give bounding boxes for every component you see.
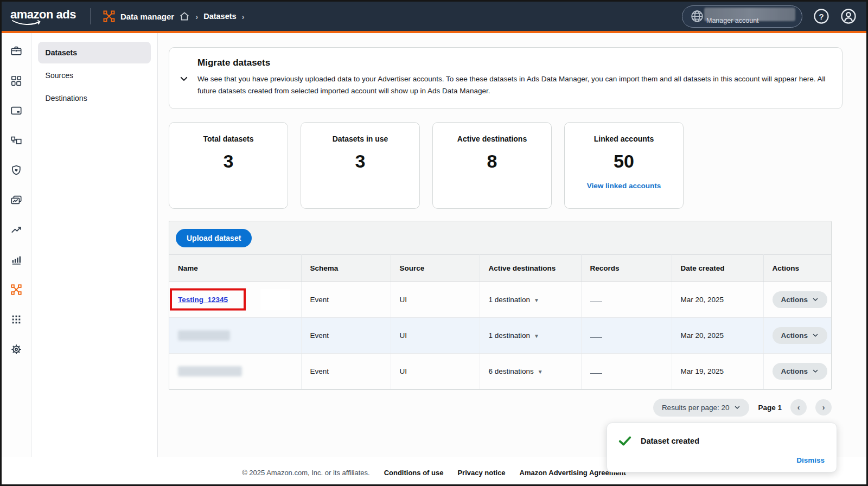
empty-records-dash: [590, 297, 602, 302]
stat-value: 3: [169, 151, 288, 172]
help-button[interactable]: ?: [813, 8, 829, 24]
app-title-group: Data manager: [103, 10, 190, 23]
table-header-row: Name Schema Source Active destinations R…: [169, 254, 831, 282]
redacted-dataset-name: [178, 366, 242, 376]
collapse-chevron-icon[interactable]: [179, 74, 189, 84]
destination-count: 1 destination: [489, 296, 531, 304]
settings-gear-icon[interactable]: [10, 343, 22, 355]
copyright-text: © 2025 Amazon.com, Inc. or its affiliate…: [242, 469, 370, 477]
active-destinations-cell: 6 destinations▼: [480, 353, 581, 389]
app-name[interactable]: Data manager: [120, 12, 174, 21]
account-type-label: Manager account: [706, 17, 759, 24]
next-page-button[interactable]: ›: [815, 399, 832, 415]
destination-count: 1 destination: [489, 331, 531, 340]
amazon-ads-logo[interactable]: amazon ads: [10, 8, 76, 25]
stat-card-linked-accounts: Linked accounts 50 View linked accounts: [564, 122, 684, 209]
home-icon[interactable]: [179, 11, 190, 22]
measurement-bars-icon[interactable]: [10, 254, 22, 266]
row-actions-button[interactable]: Actions: [773, 327, 828, 344]
user-account-button[interactable]: [840, 8, 857, 24]
destinations-dropdown-caret-icon[interactable]: ▼: [534, 297, 539, 303]
stat-label: Linked accounts: [565, 135, 683, 143]
table-row: Event UI 1 destination▼ Mar 20, 2025 Act…: [169, 317, 831, 353]
nav-item-destinations[interactable]: Destinations: [38, 87, 151, 109]
dashboard-icon[interactable]: [10, 75, 22, 87]
toast-message: Dataset created: [641, 437, 699, 445]
privacy-notice-link[interactable]: Privacy notice: [457, 469, 505, 477]
results-per-page-dropdown[interactable]: Results per page: 20: [653, 399, 750, 417]
datasets-nav-panel: Datasets Sources Destinations: [31, 33, 158, 457]
stat-value: 8: [433, 151, 551, 172]
column-header-date-created[interactable]: Date created: [672, 254, 763, 282]
top-navigation-bar: amazon ads Data manager › Datasets ›: [2, 2, 866, 33]
all-apps-icon[interactable]: [10, 314, 22, 325]
source-cell: UI: [391, 317, 480, 353]
column-header-name[interactable]: Name: [169, 254, 301, 282]
table-toolbar: Upload dataset: [169, 221, 831, 254]
performance-trend-icon[interactable]: [10, 224, 22, 236]
previous-page-button[interactable]: ‹: [790, 399, 807, 415]
row-actions-button[interactable]: Actions: [773, 363, 828, 380]
destinations-dropdown-caret-icon[interactable]: ▼: [538, 369, 543, 375]
app-window: amazon ads Data manager › Datasets ›: [0, 0, 868, 486]
header-divider: [90, 8, 91, 24]
column-header-source[interactable]: Source: [391, 254, 480, 282]
upload-dataset-button[interactable]: Upload dataset: [176, 229, 252, 247]
column-header-active-destinations[interactable]: Active destinations: [480, 254, 581, 282]
conditions-of-use-link[interactable]: Conditions of use: [384, 469, 444, 477]
schema-cell: Event: [301, 353, 391, 389]
briefcase-icon[interactable]: [10, 45, 22, 57]
stat-card-datasets-in-use: Datasets in use 3: [301, 122, 420, 209]
stat-value: 3: [301, 151, 419, 172]
source-cell: UI: [391, 282, 480, 317]
nav-item-datasets[interactable]: Datasets: [38, 42, 151, 63]
stat-label: Active destinations: [433, 135, 551, 143]
date-created-cell: Mar 20, 2025: [672, 317, 763, 353]
amazon-smile-icon: [11, 20, 43, 25]
data-manager-icon[interactable]: [10, 284, 22, 296]
active-destinations-cell: 1 destination▼: [480, 282, 581, 317]
creative-media-icon[interactable]: [10, 194, 22, 206]
main-content: Migrate datasets We see that you have pr…: [158, 33, 866, 457]
globe-icon: [690, 9, 704, 23]
column-header-schema[interactable]: Schema: [301, 254, 391, 282]
brand-shield-icon[interactable]: [10, 164, 22, 176]
schema-cell: Event: [301, 317, 391, 353]
page-indicator: Page 1: [758, 404, 782, 412]
banner-body: We see that you have previously uploaded…: [197, 73, 828, 98]
column-header-actions[interactable]: Actions: [763, 254, 831, 282]
pagination-bar: Results per page: 20 Page 1 ‹ ›: [169, 399, 832, 417]
banner-title: Migrate datasets: [197, 57, 828, 68]
breadcrumb-chevron-icon: ›: [195, 12, 198, 21]
schema-cell: Event: [301, 282, 391, 317]
stat-card-total-datasets: Total datasets 3: [169, 122, 288, 209]
data-manager-icon: [103, 10, 116, 23]
records-cell: [581, 353, 672, 389]
table-row: Testing_12345 Event UI 1 destination▼ Ma…: [169, 282, 831, 317]
view-linked-accounts-link[interactable]: View linked accounts: [565, 182, 683, 190]
toast-dismiss-link[interactable]: Dismiss: [796, 456, 825, 464]
dataset-name-link[interactable]: Testing_12345: [178, 296, 228, 304]
actions-label: Actions: [781, 367, 808, 375]
actions-label: Actions: [781, 331, 808, 340]
breadcrumb-datasets[interactable]: Datasets: [203, 12, 236, 21]
dataset-created-toast: Dataset created Dismiss: [607, 423, 837, 472]
stat-label: Datasets in use: [301, 135, 419, 143]
destinations-dropdown-caret-icon[interactable]: ▼: [534, 333, 539, 339]
datasets-table-panel: Upload dataset Name Schema Source Active…: [169, 221, 832, 390]
chevron-down-icon: [812, 332, 819, 338]
nav-item-sources[interactable]: Sources: [38, 65, 151, 86]
redacted-dataset-name: [178, 330, 230, 341]
table-row: Event UI 6 destinations▼ Mar 19, 2025 Ac…: [169, 353, 831, 389]
column-header-records[interactable]: Records: [581, 254, 672, 282]
success-check-icon: [618, 434, 632, 448]
associated-assets-icon[interactable]: [10, 135, 22, 146]
stat-card-active-destinations: Active destinations 8: [432, 122, 552, 209]
app-body: Datasets Sources Destinations Migrate da…: [2, 33, 866, 457]
billing-card-icon[interactable]: [10, 105, 22, 117]
datasets-table: Name Schema Source Active destinations R…: [169, 254, 831, 389]
empty-records-dash: [590, 332, 602, 338]
account-selector[interactable]: Manager account: [682, 5, 802, 28]
row-actions-button[interactable]: Actions: [773, 291, 828, 308]
actions-label: Actions: [781, 296, 808, 304]
